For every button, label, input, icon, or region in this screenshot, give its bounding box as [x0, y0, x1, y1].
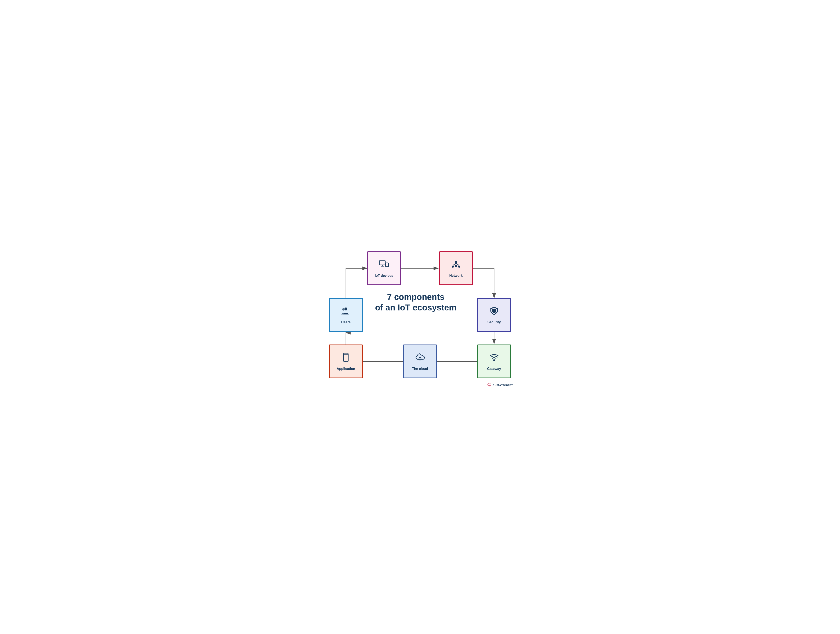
center-text: 7 components of an IoT ecosystem: [371, 292, 460, 313]
diagram-container: IoT devices Network: [325, 245, 515, 389]
svg-point-15: [458, 266, 460, 268]
users-label: Users: [341, 320, 351, 324]
security-label: Security: [487, 320, 501, 324]
users-box: Users: [329, 298, 363, 332]
security-icon: [489, 306, 499, 318]
svg-point-20: [493, 359, 495, 361]
application-box: Application: [329, 344, 363, 379]
svg-point-19: [455, 265, 457, 267]
svg-rect-8: [379, 261, 385, 265]
users-icon: [341, 306, 351, 318]
logo: SUMATOSOFT: [487, 382, 513, 388]
iot-label: IoT devices: [375, 274, 393, 278]
iot-devices-box: IoT devices: [367, 251, 401, 285]
network-label: Network: [449, 274, 463, 278]
cloud-label: The cloud: [412, 367, 428, 371]
cloud-box: The cloud: [403, 344, 437, 379]
svg-line-17: [456, 263, 459, 266]
gateway-icon: [489, 352, 499, 365]
application-icon: [341, 352, 351, 365]
security-box: Security: [477, 298, 511, 332]
svg-point-13: [455, 261, 457, 263]
svg-line-16: [453, 263, 456, 266]
diagram-title: 7 components of an IoT ecosystem: [371, 292, 460, 313]
application-label: Application: [336, 367, 355, 371]
gateway-box: Gateway: [477, 344, 511, 379]
logo-icon: [487, 382, 491, 388]
svg-point-25: [346, 361, 346, 362]
network-icon: [451, 259, 461, 272]
svg-point-29: [344, 308, 347, 311]
iot-icon: [379, 259, 389, 272]
gateway-label: Gateway: [487, 367, 501, 371]
cloud-icon: [415, 352, 425, 365]
svg-point-30: [342, 308, 345, 311]
network-box: Network: [439, 251, 473, 285]
svg-point-14: [452, 266, 454, 268]
logo-text: SUMATOSOFT: [493, 384, 513, 386]
